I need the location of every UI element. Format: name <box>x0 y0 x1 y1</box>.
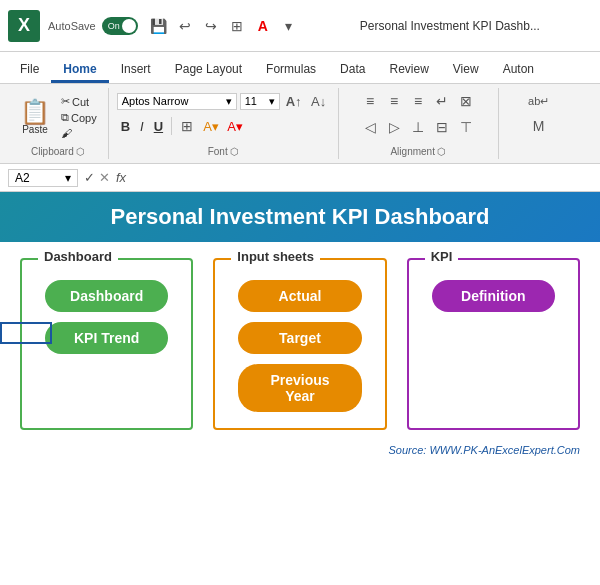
grid-icon[interactable]: ⊞ <box>226 15 248 37</box>
align-bottom-icon[interactable]: ⊥ <box>407 116 429 138</box>
cell-ref-box[interactable]: A2 ▾ <box>8 169 78 187</box>
save-icon[interactable]: 💾 <box>148 15 170 37</box>
font-group: Aptos Narrow ▾ 11 ▾ A↑ A↓ B I U ⊞ <box>109 88 339 159</box>
cut-button[interactable]: ✂ Cut <box>58 94 100 109</box>
font-content: Aptos Narrow ▾ 11 ▾ A↑ A↓ B I U ⊞ <box>117 90 330 144</box>
font-size-arrow: ▾ <box>269 95 275 108</box>
dashboard-button[interactable]: Dashboard <box>45 280 169 312</box>
kpi-trend-button[interactable]: KPI Trend <box>45 322 169 354</box>
align-left-icon[interactable]: ≡ <box>359 90 381 112</box>
ribbon-toolbar: 📋 Paste ✂ Cut ⧉ Copy 🖌 Clipboard ⬡ Aptos… <box>0 84 600 164</box>
extra-group: ab↵ M <box>499 88 579 159</box>
wrap-icon[interactable]: ab↵ <box>528 90 550 112</box>
fx-label: fx <box>116 170 126 185</box>
increase-font-icon[interactable]: A↑ <box>283 90 305 112</box>
target-button[interactable]: Target <box>238 322 362 354</box>
font-selector: Aptos Narrow ▾ 11 ▾ A↑ A↓ B I U ⊞ <box>117 90 330 137</box>
input-sheets-section: Input sheets Actual Target Previous Year <box>213 258 386 430</box>
tab-data[interactable]: Data <box>328 58 377 83</box>
excel-logo: X <box>8 10 40 42</box>
dashboard-header: Personal Investment KPI Dashboard <box>0 192 600 242</box>
fill-color-icon[interactable]: A▾ <box>200 115 222 137</box>
clipboard-label: Clipboard ⬡ <box>31 146 85 157</box>
font-color-ribbon-icon[interactable]: A▾ <box>224 115 246 137</box>
tab-auto[interactable]: Auton <box>491 58 546 83</box>
format-btns-row: B I U ⊞ A▾ A▾ <box>117 115 330 137</box>
italic-button[interactable]: I <box>136 118 148 135</box>
toggle-knob <box>122 19 136 33</box>
tab-page-layout[interactable]: Page Layout <box>163 58 254 83</box>
alignment-content: ≡ ≡ ≡ ↵ ⊠ ◁ ▷ ⊥ ⊟ ⊤ <box>359 90 477 144</box>
align-top-icon[interactable]: ⊤ <box>455 116 477 138</box>
toggle-on-label: On <box>108 21 120 31</box>
toolbar-icons: 💾 ↩ ↪ ⊞ A ▾ <box>148 15 300 37</box>
merge-row: M <box>528 115 550 137</box>
formula-cancel-icon[interactable]: ✕ <box>99 170 110 185</box>
copy-button[interactable]: ⧉ Copy <box>58 110 100 125</box>
borders-icon[interactable]: ⊞ <box>176 115 198 137</box>
tab-home[interactable]: Home <box>51 58 108 83</box>
previous-year-button[interactable]: Previous Year <box>238 364 362 412</box>
clipboard-content: 📋 Paste ✂ Cut ⧉ Copy 🖌 <box>16 90 100 144</box>
ribbon-tabs: File Home Insert Page Layout Formulas Da… <box>0 52 600 84</box>
font-dropdown-arrow: ▾ <box>226 95 232 108</box>
definition-button[interactable]: Definition <box>432 280 556 312</box>
indent-increase-icon[interactable]: ▷ <box>383 116 405 138</box>
dropdown-icon[interactable]: ▾ <box>278 15 300 37</box>
clipboard-expand-icon[interactable]: ⬡ <box>76 146 85 157</box>
redo-icon[interactable]: ↪ <box>200 15 222 37</box>
window-title: Personal Investment KPI Dashb... <box>308 19 592 33</box>
format-painter-button[interactable]: 🖌 <box>58 126 100 140</box>
dashboard-content: Dashboard Dashboard KPI Trend Input shee… <box>0 242 600 440</box>
bold-button[interactable]: B <box>117 118 134 135</box>
formula-confirm-icon[interactable]: ✓ <box>84 170 95 185</box>
autosave-area: AutoSave On <box>48 17 138 35</box>
tab-formulas[interactable]: Formulas <box>254 58 328 83</box>
input-sheets-label: Input sheets <box>231 249 320 264</box>
tab-review[interactable]: Review <box>377 58 440 83</box>
alignment-row2: ◁ ▷ ⊥ ⊟ ⊤ <box>359 116 477 138</box>
wrap-text-icon[interactable]: ↵ <box>431 90 453 112</box>
merge2-icon[interactable]: M <box>528 115 550 137</box>
kpi-section-label: KPI <box>425 249 459 264</box>
font-label: Font ⬡ <box>208 146 239 157</box>
spreadsheet-area: Personal Investment KPI Dashboard Dashbo… <box>0 192 600 464</box>
indent-decrease-icon[interactable]: ◁ <box>359 116 381 138</box>
separator <box>171 117 172 135</box>
font-name-dropdown[interactable]: Aptos Narrow ▾ <box>117 93 237 110</box>
extra-content: ab↵ M <box>528 90 550 155</box>
font-size-box[interactable]: 11 ▾ <box>240 93 280 110</box>
source-footer: Source: WWW.PK-AnExcelExpert.Com <box>0 440 600 464</box>
alignment-label: Alignment ⬡ <box>390 146 445 157</box>
dashboard-section-label: Dashboard <box>38 249 118 264</box>
alignment-row1: ≡ ≡ ≡ ↵ ⊠ <box>359 90 477 112</box>
input-buttons: Actual Target Previous Year <box>231 280 368 412</box>
autosave-toggle[interactable]: On <box>102 17 138 35</box>
autosave-label: AutoSave <box>48 20 96 32</box>
paste-icon: 📋 <box>20 100 50 124</box>
tab-file[interactable]: File <box>8 58 51 83</box>
formula-icons: ✓ ✕ <box>84 170 110 185</box>
alignment-expand-icon[interactable]: ⬡ <box>437 146 446 157</box>
merge-icon[interactable]: ⊠ <box>455 90 477 112</box>
align-center-icon[interactable]: ≡ <box>383 90 405 112</box>
underline-button[interactable]: U <box>150 118 167 135</box>
title-bar: X AutoSave On 💾 ↩ ↪ ⊞ A ▾ Personal Inves… <box>0 0 600 52</box>
undo-icon[interactable]: ↩ <box>174 15 196 37</box>
dashboard-title: Personal Investment KPI Dashboard <box>20 204 580 230</box>
align-right-icon[interactable]: ≡ <box>407 90 429 112</box>
font-expand-icon[interactable]: ⬡ <box>230 146 239 157</box>
paste-button[interactable]: 📋 Paste <box>16 98 54 137</box>
alignment-group: ≡ ≡ ≡ ↵ ⊠ ◁ ▷ ⊥ ⊟ ⊤ Alignment ⬡ <box>339 88 499 159</box>
formula-bar: A2 ▾ ✓ ✕ fx <box>0 164 600 192</box>
wrap-row: ab↵ <box>528 90 550 112</box>
kpi-buttons: Definition <box>425 280 562 312</box>
dashboard-section: Dashboard Dashboard KPI Trend <box>20 258 193 430</box>
align-middle-icon[interactable]: ⊟ <box>431 116 453 138</box>
font-color-icon[interactable]: A <box>252 15 274 37</box>
clipboard-group: 📋 Paste ✂ Cut ⧉ Copy 🖌 Clipboard ⬡ <box>8 88 109 159</box>
tab-view[interactable]: View <box>441 58 491 83</box>
decrease-font-icon[interactable]: A↓ <box>308 90 330 112</box>
tab-insert[interactable]: Insert <box>109 58 163 83</box>
actual-button[interactable]: Actual <box>238 280 362 312</box>
